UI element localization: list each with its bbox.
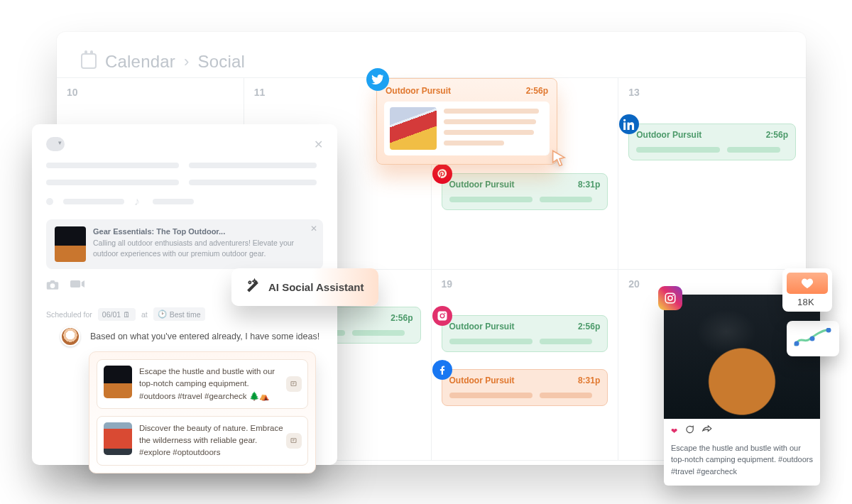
preview-text-skeleton: [444, 107, 544, 150]
best-time-button[interactable]: 🕑 Best time: [153, 307, 205, 321]
svg-point-6: [810, 336, 815, 341]
svg-point-7: [826, 328, 831, 333]
preview-photo: [664, 295, 820, 419]
event-time: 2:56p: [766, 130, 788, 140]
trend-stat-card: [787, 321, 839, 356]
breadcrumb-leaf[interactable]: Social: [198, 52, 246, 72]
remove-attachment-button[interactable]: ✕: [310, 224, 317, 234]
likes-stat-card: 18K: [782, 268, 832, 312]
clock-icon: 🕑: [158, 309, 167, 319]
twitter-icon: [366, 68, 389, 91]
event-title: Outdoor Pursuit: [636, 130, 701, 140]
comment-icon[interactable]: [684, 424, 694, 438]
event-card[interactable]: Outdoor Pursuit 2:56p: [628, 124, 796, 160]
instagram-icon: [658, 286, 682, 310]
attachment-thumbnail: [55, 226, 86, 262]
ai-suggestion[interactable]: Escape the hustle and bustle with our to…: [97, 359, 308, 409]
day-number: 20: [628, 278, 796, 290]
ai-message: Based on what you've entered already, I …: [60, 327, 320, 346]
magic-wand-icon: [246, 278, 260, 296]
ai-assistant-button[interactable]: AI Social Assistant: [231, 268, 378, 306]
attachment-description: Calling all outdoor enthusiasts and adve…: [93, 238, 315, 259]
preview-thumbnail: [390, 107, 437, 150]
like-icon[interactable]: ❤: [671, 425, 677, 437]
breadcrumb: Calendar › Social: [57, 32, 806, 77]
day-number: 13: [628, 87, 796, 98]
event-time: 2:56p: [390, 313, 413, 323]
calendar-small-icon: 🗓: [123, 310, 131, 319]
event-card-popover[interactable]: Outdoor Pursuit 2:56p: [376, 78, 557, 165]
event-title: Outdoor Pursuit: [449, 322, 515, 332]
facebook-icon: [432, 360, 452, 380]
ai-message-text: Based on what you've entered already, I …: [90, 332, 320, 341]
schedule-row: Scheduled for 06/01 🗓 at 🕑 Best time: [46, 307, 323, 321]
heart-icon: [787, 273, 828, 294]
account-selector[interactable]: [46, 137, 65, 151]
calendar-icon: [81, 53, 97, 69]
svg-point-5: [794, 341, 799, 346]
use-suggestion-button[interactable]: [286, 376, 302, 392]
share-icon[interactable]: [701, 425, 712, 438]
close-button[interactable]: ✕: [314, 138, 323, 151]
ai-avatar-icon: [60, 327, 80, 346]
cursor-icon: [550, 148, 569, 171]
event-card[interactable]: Outdoor Pursuit 8:31p: [442, 369, 608, 406]
schedule-label: Scheduled for: [46, 310, 92, 319]
ai-suggestion[interactable]: Discover the beauty of nature. Embrace t…: [97, 416, 308, 466]
schedule-date-input[interactable]: 06/01 🗓: [98, 308, 136, 321]
ai-suggestions: Escape the hustle and bustle with our to…: [89, 351, 316, 473]
day-number: 10: [67, 87, 234, 98]
preview-caption: Escape the hustle and bustle with our to…: [671, 442, 813, 478]
suggestion-thumbnail: [104, 366, 132, 398]
event-title: Outdoor Pursuit: [386, 86, 451, 96]
event-card[interactable]: Outdoor Pursuit 2:56p: [442, 315, 608, 352]
schedule-at-label: at: [141, 310, 148, 319]
link-attachment[interactable]: Gear Essentials: The Top Outdoor... Call…: [46, 219, 323, 269]
likes-count: 18K: [787, 297, 825, 307]
event-time: 8:31p: [578, 376, 600, 385]
suggestion-text: Escape the hustle and bustle with our to…: [139, 366, 301, 402]
event-title: Outdoor Pursuit: [449, 180, 515, 190]
attachment-title: Gear Essentials: The Top Outdoor...: [93, 226, 315, 238]
camera-icon[interactable]: [46, 279, 59, 293]
day-number: 19: [442, 278, 608, 290]
instagram-icon: [432, 306, 452, 326]
event-card[interactable]: Outdoor Pursuit 8:31p: [442, 173, 608, 210]
pinterest-icon: [432, 164, 452, 184]
event-time: 8:31p: [578, 180, 600, 190]
chevron-right-icon: ›: [184, 53, 190, 71]
video-icon[interactable]: [70, 279, 84, 293]
ai-assistant-label: AI Social Assistant: [268, 281, 364, 293]
use-suggestion-button[interactable]: [286, 433, 302, 449]
event-time: 2:56p: [526, 86, 548, 96]
day-cell[interactable]: 19 Outdoor Pursuit 2:56p Outdoor Pursuit…: [432, 270, 619, 461]
svg-point-3: [668, 296, 672, 300]
svg-point-4: [672, 295, 674, 296]
breadcrumb-root[interactable]: Calendar: [105, 52, 175, 72]
suggestion-text: Discover the beauty of nature. Embrace t…: [139, 422, 301, 459]
event-title: Outdoor Pursuit: [449, 376, 515, 385]
event-preview: [384, 102, 550, 155]
trend-line-icon: [794, 328, 832, 349]
day-cell[interactable]: 13 Outdoor Pursuit 2:56p: [618, 78, 806, 270]
suggestion-thumbnail: [104, 422, 132, 455]
event-time: 2:56p: [578, 322, 600, 332]
